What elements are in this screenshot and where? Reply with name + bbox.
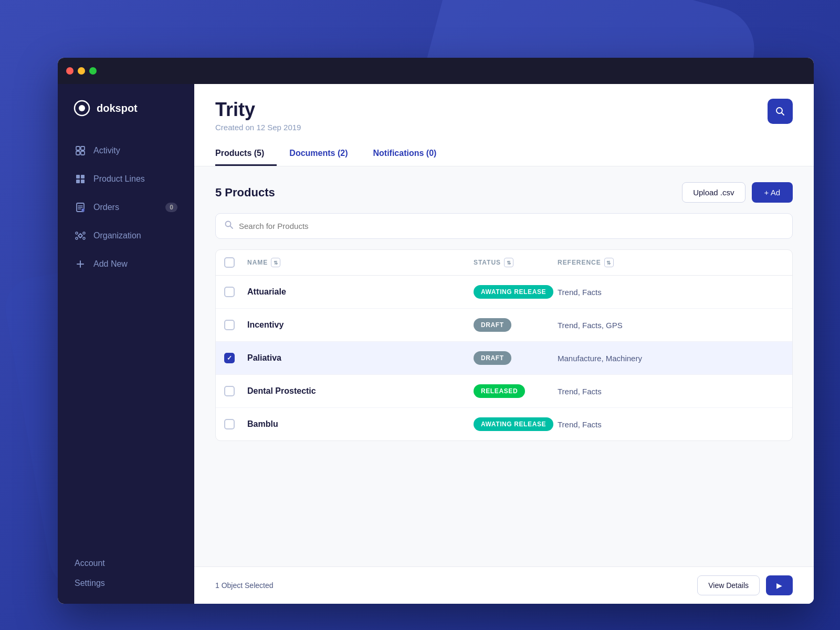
- status-badge: DRAFT: [474, 351, 511, 365]
- status-badge: RELEASED: [474, 384, 525, 398]
- svg-point-13: [79, 234, 82, 237]
- main-content: Trity Created on 12 Sep 2019 Products (5…: [194, 84, 814, 604]
- sidebar-item-settings[interactable]: Settings: [75, 579, 177, 588]
- svg-rect-7: [81, 175, 85, 178]
- svg-point-1: [79, 105, 85, 111]
- products-header: 5 Products Upload .csv + Ad: [215, 182, 793, 203]
- row-name: Incentivy: [247, 320, 474, 330]
- activity-icon: [75, 145, 86, 156]
- row-checkbox-cell: [224, 287, 247, 297]
- table-row[interactable]: Attuariale AWATING RELEASE Trend, Facts: [216, 276, 792, 309]
- sidebar-item-product-lines-label: Product Lines: [93, 174, 145, 184]
- table-row[interactable]: Paliativa DRAFT Manufacture, Machinery: [216, 342, 792, 375]
- table-header-row: NAME ⇅ STATUS ⇅ REFERENCE ⇅: [216, 250, 792, 276]
- view-details-button[interactable]: View Details: [697, 575, 760, 595]
- footer-action-button[interactable]: ▶: [766, 575, 793, 595]
- row-checkbox-cell: [224, 386, 247, 396]
- search-icon: [224, 220, 234, 232]
- search-input[interactable]: [239, 222, 784, 230]
- row-checkbox[interactable]: [224, 386, 235, 396]
- sidebar-item-organization[interactable]: Organization: [66, 223, 186, 249]
- svg-rect-3: [76, 151, 80, 155]
- row-checkbox[interactable]: [224, 320, 235, 330]
- sidebar-nav: Activity Product Lines: [58, 138, 194, 548]
- page-info: Trity Created on 12 Sep 2019: [215, 99, 301, 132]
- add-new-icon: [75, 258, 86, 270]
- row-checkbox[interactable]: [224, 287, 235, 297]
- select-all-checkbox[interactable]: [224, 257, 235, 268]
- organization-icon: [75, 230, 86, 242]
- footer-actions: View Details ▶: [697, 575, 793, 595]
- upload-csv-button[interactable]: Upload .csv: [682, 182, 745, 203]
- row-name: Attuariale: [247, 287, 474, 297]
- row-reference: Manufacture, Machinery: [558, 354, 784, 363]
- row-reference: Trend, Facts: [558, 387, 784, 396]
- add-product-button[interactable]: + Ad: [752, 182, 793, 203]
- products-table: NAME ⇅ STATUS ⇅ REFERENCE ⇅: [215, 249, 793, 441]
- sort-reference-icon[interactable]: ⇅: [604, 258, 614, 267]
- sidebar-item-add-new-label: Add New: [93, 259, 128, 269]
- row-reference: Trend, Facts: [558, 288, 784, 297]
- row-name: Bamblu: [247, 419, 474, 429]
- svg-point-16: [76, 237, 78, 239]
- content-header: Trity Created on 12 Sep 2019 Products (5…: [194, 84, 814, 166]
- close-button[interactable]: [66, 67, 74, 75]
- sort-status-icon[interactable]: ⇅: [504, 258, 513, 267]
- row-checkbox[interactable]: [224, 353, 235, 363]
- row-checkbox[interactable]: [224, 419, 235, 429]
- status-badge: AWATING RELEASE: [474, 417, 553, 431]
- sidebar-item-activity[interactable]: Activity: [66, 138, 186, 164]
- svg-rect-4: [81, 146, 85, 150]
- svg-rect-2: [76, 146, 80, 150]
- app-layout: dokspot Activity: [58, 84, 814, 604]
- svg-point-14: [76, 232, 78, 234]
- footer-bar: 1 Object Selected View Details ▶: [194, 566, 814, 604]
- svg-point-17: [83, 237, 85, 239]
- titlebar: [58, 58, 814, 84]
- th-status: STATUS ⇅: [474, 258, 558, 267]
- sidebar-item-orders[interactable]: 0 Orders 0: [66, 194, 186, 220]
- sidebar-item-activity-label: Activity: [93, 146, 120, 155]
- sidebar-item-organization-label: Organization: [93, 231, 141, 240]
- search-bar: [215, 213, 793, 239]
- product-lines-icon: [75, 173, 86, 185]
- tab-notifications[interactable]: Notifications (0): [360, 142, 449, 166]
- sidebar-bottom: Account Settings: [58, 548, 194, 604]
- row-status-cell: DRAFT: [474, 351, 558, 365]
- svg-point-15: [83, 232, 85, 234]
- sidebar-item-account[interactable]: Account: [75, 559, 177, 568]
- row-status-cell: RELEASED: [474, 384, 558, 398]
- table-row[interactable]: Bamblu AWATING RELEASE Trend, Facts: [216, 408, 792, 440]
- products-count: 5 Products: [215, 186, 275, 200]
- svg-point-19: [226, 222, 231, 227]
- sidebar-item-product-lines[interactable]: Product Lines: [66, 166, 186, 192]
- status-badge: DRAFT: [474, 318, 511, 332]
- selected-count-label: 1 Object Selected: [215, 581, 274, 590]
- sidebar: dokspot Activity: [58, 84, 194, 604]
- row-status-cell: AWATING RELEASE: [474, 285, 558, 299]
- sidebar-logo: dokspot: [58, 100, 194, 138]
- row-status-cell: AWATING RELEASE: [474, 417, 558, 431]
- tab-products[interactable]: Products (5): [215, 142, 277, 166]
- status-badge: AWATING RELEASE: [474, 285, 553, 299]
- tabs: Products (5) Documents (2) Notifications…: [215, 142, 793, 166]
- sort-name-icon[interactable]: ⇅: [271, 258, 280, 267]
- svg-text:0: 0: [82, 208, 84, 212]
- header-search-button[interactable]: [768, 99, 793, 124]
- sidebar-item-add-new[interactable]: Add New: [66, 251, 186, 277]
- minimize-button[interactable]: [78, 67, 85, 75]
- row-checkbox-cell: [224, 419, 247, 429]
- row-checkbox-cell: [224, 353, 247, 363]
- logo-icon: [74, 100, 90, 117]
- maximize-button[interactable]: [89, 67, 97, 75]
- th-reference: REFERENCE ⇅: [558, 258, 784, 267]
- traffic-lights: [66, 67, 97, 75]
- table-row[interactable]: Dental Prostectic RELEASED Trend, Facts: [216, 375, 792, 408]
- table-row[interactable]: Incentivy DRAFT Trend, Facts, GPS: [216, 309, 792, 342]
- row-reference: Trend, Facts, GPS: [558, 321, 784, 330]
- th-name: NAME ⇅: [247, 258, 474, 267]
- tab-documents[interactable]: Documents (2): [277, 142, 360, 166]
- header-checkbox-cell: [224, 257, 247, 268]
- row-reference: Trend, Facts: [558, 420, 784, 429]
- row-name: Dental Prostectic: [247, 386, 474, 396]
